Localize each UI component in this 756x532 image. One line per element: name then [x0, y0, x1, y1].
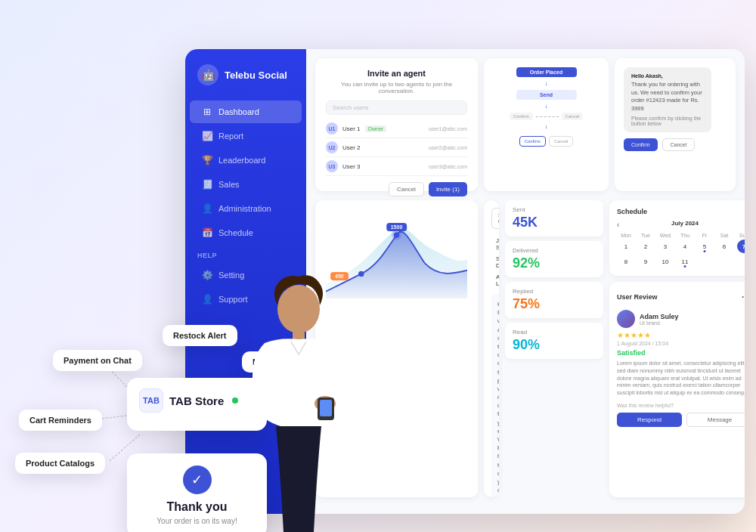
user-name: User 1	[342, 125, 361, 132]
star-rating: ★★★★★	[617, 331, 745, 339]
calendar-day[interactable]: 11	[678, 255, 692, 268]
svg-point-1	[392, 230, 401, 240]
cancel-button[interactable]: Cancel	[662, 138, 696, 151]
sidebar-item-label: Dashboard	[218, 107, 259, 116]
stat-label: Replied	[513, 288, 596, 295]
day-header: Mon	[617, 233, 635, 238]
sidebar-item-dashboard[interactable]: ⊞ Dashboard	[190, 101, 302, 123]
chat-instruction: Please confirm by clicking the button be…	[631, 116, 704, 126]
calendar-day[interactable]: 9	[639, 255, 652, 268]
check-icon: ✓	[183, 466, 212, 494]
review-text: Lorem ipsum dolor sit amet, consectetur …	[617, 360, 745, 397]
right-panels: Schedule ‹ July 2024 › Mon Tue Wed Thu F…	[609, 200, 745, 497]
app-logo: 🤖 Telebu Social	[185, 64, 306, 101]
sidebar-item-label: Sales	[218, 180, 240, 189]
calendar-day[interactable]: 5	[698, 240, 711, 253]
calendar-today[interactable]: 7	[737, 240, 745, 253]
stat-label: Delivered	[513, 247, 596, 254]
user-email: user2@abc.com	[429, 145, 467, 150]
sidebar-item-label: Setting	[218, 271, 244, 280]
invite-agent-panel: Invite an agent You can invite up to two…	[315, 58, 478, 191]
message-button[interactable]: Message	[686, 413, 745, 427]
conversation-message: Hello Raj, we are sorry the quality of t…	[491, 294, 499, 497]
user-name: Andrew Lee	[496, 274, 499, 287]
owner-badge: Owner	[365, 125, 387, 132]
avatar: U1	[326, 122, 338, 135]
user-name: John Smith	[496, 237, 499, 251]
leaderboard-icon: 🏆	[202, 155, 212, 165]
sidebar-item-leaderboard[interactable]: 🏆 Leaderboard	[190, 149, 302, 172]
respond-button[interactable]: Respond	[617, 413, 682, 427]
sidebar-item-report[interactable]: 📈 Report	[190, 125, 302, 147]
sidebar-item-schedule[interactable]: 📅 Schedule	[190, 221, 302, 244]
day-header: Sat	[715, 233, 733, 238]
support-icon: 👤	[202, 294, 212, 305]
schedule-icon: 📅	[202, 227, 212, 238]
cancel-button[interactable]: Cancel	[389, 182, 424, 196]
chat-bubble: Hello Akash, Thank you for ordering with…	[624, 67, 711, 132]
product-catalogs-card[interactable]: Product Catalogs	[15, 453, 105, 474]
confirm-button[interactable]: Confirm	[519, 136, 546, 147]
avatar: U2	[326, 141, 338, 153]
user-name: Sofia Diago	[496, 255, 499, 269]
more-options-icon[interactable]: ⋯	[741, 289, 745, 304]
tab-store-icon: TAB	[139, 388, 163, 413]
prev-month-button[interactable]: ‹	[617, 221, 619, 229]
stat-value: 75%	[513, 296, 596, 312]
order-action-row: Confirm Cancel	[519, 136, 574, 147]
thank-you-title: Thank you	[139, 500, 255, 514]
stat-value: 45K	[513, 215, 596, 230]
calendar-day[interactable]: 3	[658, 240, 672, 253]
sidebar-item-label: Schedule	[218, 228, 253, 237]
calendar-day[interactable]: 1	[619, 240, 633, 253]
app-name: Telebu Social	[225, 70, 287, 81]
payment-on-chat-card[interactable]: Payment on Chat	[53, 350, 142, 371]
top-panels-row: Invite an agent You can invite up to two…	[306, 49, 745, 200]
calendar-day[interactable]: 8	[619, 255, 633, 268]
invite-button[interactable]: Invite (1)	[429, 182, 467, 196]
day-header: Wed	[656, 233, 674, 238]
tab-store-header: TAB TAB Store	[139, 388, 255, 413]
select-user-button[interactable]: Select User ▾	[491, 208, 499, 229]
schedule-title: Schedule	[617, 208, 745, 215]
stat-card-delivered: Delivered 92%	[505, 241, 603, 277]
connector-line	[536, 116, 559, 117]
person-illustration	[242, 275, 355, 532]
sidebar-item-administration[interactable]: 👤 Administration	[190, 197, 302, 220]
sidebar-item-sales[interactable]: 🧾 Sales	[190, 173, 302, 196]
avatar	[617, 310, 635, 328]
avatar: U3	[326, 160, 338, 172]
helpful-question: Was this review helpful?	[617, 403, 745, 408]
confirm-button[interactable]: Confirm	[624, 138, 658, 151]
review-header: User Review ⋯	[617, 289, 745, 304]
select-user-label: Select User	[498, 212, 499, 225]
reviewer-role: UI brand	[640, 320, 679, 326]
calendar-day[interactable]: 6	[717, 240, 731, 253]
invite-subtitle: You can invite up to two agents to join …	[326, 81, 467, 94]
calendar-day[interactable]: 4	[678, 240, 692, 253]
setting-icon: ⚙️	[202, 270, 212, 280]
cart-reminders-label: Cart Reminders	[29, 416, 91, 425]
calendar-day[interactable]: 2	[639, 240, 652, 253]
review-actions: Respond Message	[617, 413, 745, 427]
review-status: Satisfied	[617, 349, 745, 357]
calendar-day[interactable]: 10	[658, 255, 672, 268]
chat-sender: Hello Akash,	[631, 73, 704, 79]
day-header: Thu	[676, 233, 694, 238]
stat-label: Sent	[513, 206, 596, 213]
cart-reminders-card[interactable]: Cart Reminders	[19, 410, 102, 431]
reviewer-name: Adam Suley	[640, 313, 679, 320]
table-row: U2 User 2 user2@abc.com	[326, 138, 467, 157]
order-confirm-label: Confirm	[510, 113, 533, 120]
cancel-button[interactable]: Cancel	[549, 136, 574, 147]
day-header: Fr	[696, 233, 714, 238]
review-date: 1 August 2024 / 15:04	[617, 341, 745, 346]
user-name: User 2	[342, 144, 361, 151]
user-name: User 3	[342, 163, 361, 170]
search-users-bar[interactable]: Search users	[326, 101, 467, 115]
restock-alert-card[interactable]: Restock Alert	[163, 325, 237, 346]
chat-action-row: Confirm Cancel	[624, 138, 727, 151]
online-indicator	[232, 397, 238, 404]
stat-label: Read	[513, 329, 596, 336]
day-header: Tue	[637, 233, 655, 238]
